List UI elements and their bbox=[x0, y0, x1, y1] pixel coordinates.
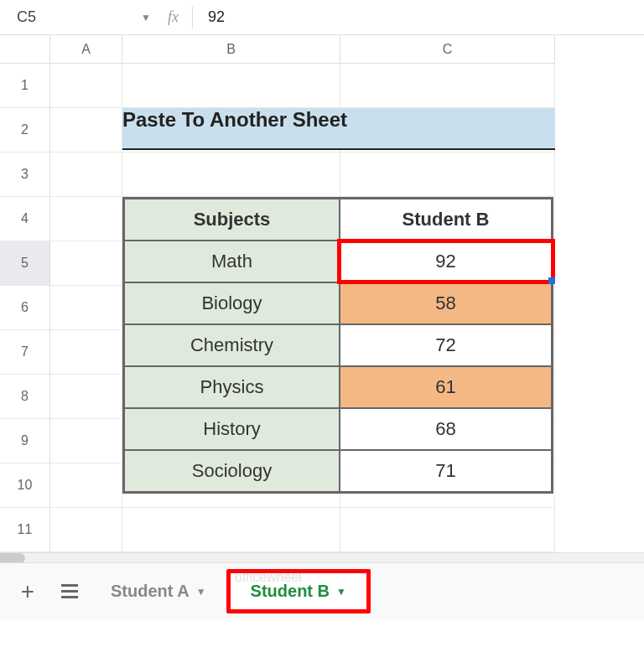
subject-cell[interactable]: Math bbox=[124, 241, 340, 282]
column-header-a[interactable]: A bbox=[50, 35, 122, 64]
formula-bar[interactable]: 92 bbox=[208, 8, 637, 26]
add-sheet-button[interactable]: + bbox=[7, 571, 49, 613]
table-row: History68 bbox=[124, 408, 552, 450]
cell[interactable] bbox=[340, 508, 555, 552]
header-student[interactable]: Student B bbox=[340, 199, 552, 241]
row-header-4[interactable]: 4 bbox=[0, 197, 50, 241]
cell[interactable] bbox=[122, 508, 340, 552]
spreadsheet-grid: 1234567891011 ABC Paste To Another Sheet… bbox=[0, 35, 644, 552]
row-headers-column: 1234567891011 bbox=[0, 35, 50, 552]
column-header-c[interactable]: C bbox=[340, 35, 555, 64]
cell[interactable] bbox=[50, 153, 122, 197]
row-header-9[interactable]: 9 bbox=[0, 419, 50, 463]
table-row: Biology58 bbox=[124, 282, 552, 324]
chevron-down-icon[interactable]: ▼ bbox=[196, 586, 206, 598]
table-row: Sociology71 bbox=[124, 450, 552, 492]
row-header-10[interactable]: 10 bbox=[0, 463, 50, 508]
cell[interactable] bbox=[50, 64, 122, 108]
fx-icon: fx bbox=[168, 8, 179, 26]
score-cell[interactable]: 58 bbox=[340, 282, 552, 324]
subject-cell[interactable]: Physics bbox=[124, 366, 340, 408]
row-header-11[interactable]: 11 bbox=[0, 508, 50, 552]
score-cell[interactable]: 68 bbox=[340, 408, 552, 450]
subject-cell[interactable]: Sociology bbox=[124, 450, 340, 492]
chevron-down-icon[interactable]: ▼ bbox=[336, 586, 346, 598]
cells-area[interactable]: Paste To Another Sheet Subjects Student … bbox=[50, 64, 644, 552]
score-cell[interactable]: 71 bbox=[340, 450, 552, 492]
grid-row bbox=[50, 64, 644, 108]
cell[interactable] bbox=[50, 463, 122, 508]
cell[interactable] bbox=[340, 64, 555, 108]
cell[interactable] bbox=[50, 241, 122, 286]
all-sheets-button[interactable] bbox=[49, 571, 91, 613]
fx-divider bbox=[192, 7, 193, 28]
grid-row bbox=[50, 153, 644, 197]
score-cell[interactable]: 61 bbox=[340, 366, 552, 408]
row-header-7[interactable]: 7 bbox=[0, 330, 50, 375]
subject-cell[interactable]: History bbox=[124, 408, 340, 450]
row-header-6[interactable]: 6 bbox=[0, 286, 50, 330]
cell[interactable] bbox=[50, 419, 122, 463]
score-cell[interactable]: 72 bbox=[340, 324, 552, 366]
formula-bar-row: C5 ▼ fx 92 bbox=[0, 0, 644, 35]
cell[interactable] bbox=[50, 197, 122, 241]
cell[interactable] bbox=[122, 64, 340, 108]
column-header-b[interactable]: B bbox=[122, 35, 340, 64]
menu-icon bbox=[61, 584, 78, 598]
header-subjects[interactable]: Subjects bbox=[124, 199, 340, 241]
column-headers: ABC bbox=[50, 35, 644, 64]
data-table: Subjects Student B Math92Biology58Chemis… bbox=[122, 197, 553, 494]
cell[interactable] bbox=[122, 153, 340, 197]
cell[interactable] bbox=[340, 153, 555, 197]
table-header-row: Subjects Student B bbox=[124, 199, 552, 241]
sheet-tabs-bar: + Student A ▼ Student B ▼ bbox=[0, 562, 644, 619]
horizontal-scroll-area[interactable] bbox=[0, 552, 644, 562]
watermark: officewheel bbox=[235, 570, 302, 585]
title-cell[interactable]: Paste To Another Sheet bbox=[122, 108, 555, 150]
row-header-5[interactable]: 5 bbox=[0, 241, 50, 286]
score-cell[interactable]: 92 bbox=[340, 241, 552, 282]
sheet-tab-label: Student A bbox=[111, 582, 190, 601]
sheet-tab-student-a[interactable]: Student A ▼ bbox=[91, 573, 226, 609]
grid-body: ABC Paste To Another Sheet Subjects Stud… bbox=[50, 35, 644, 552]
name-box[interactable]: C5 bbox=[7, 8, 141, 26]
grid-row bbox=[50, 508, 644, 552]
select-all-corner[interactable] bbox=[0, 35, 50, 64]
row-header-3[interactable]: 3 bbox=[0, 153, 50, 197]
row-header-2[interactable]: 2 bbox=[0, 108, 50, 153]
table-row: Math92 bbox=[124, 241, 552, 282]
name-box-dropdown-icon[interactable]: ▼ bbox=[141, 12, 151, 23]
cell[interactable] bbox=[50, 375, 122, 419]
table-row: Chemistry72 bbox=[124, 324, 552, 366]
row-header-8[interactable]: 8 bbox=[0, 375, 50, 419]
row-header-1[interactable]: 1 bbox=[0, 64, 50, 108]
subject-cell[interactable]: Chemistry bbox=[124, 324, 340, 366]
subject-cell[interactable]: Biology bbox=[124, 282, 340, 324]
cell[interactable] bbox=[50, 508, 122, 552]
table-row: Physics61 bbox=[124, 366, 552, 408]
cell[interactable] bbox=[50, 108, 122, 153]
cell[interactable] bbox=[50, 330, 122, 375]
cell[interactable] bbox=[50, 286, 122, 330]
